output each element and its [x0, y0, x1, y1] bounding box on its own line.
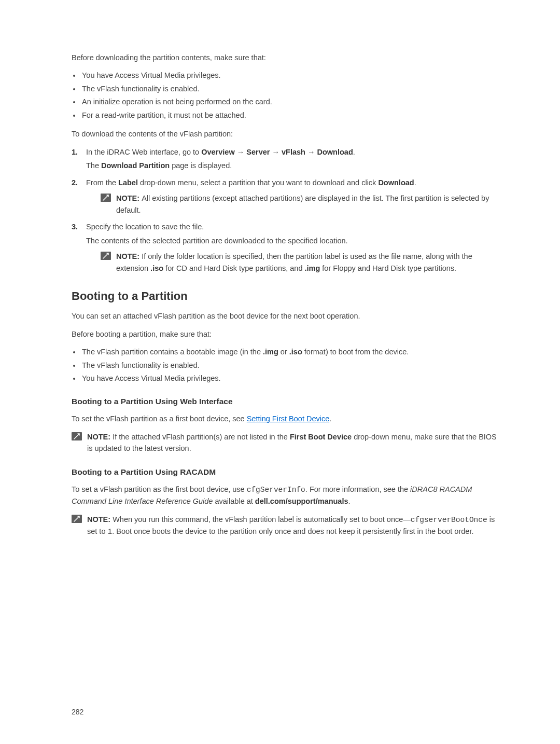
list-item: The vFlash partition contains a bootable…: [81, 346, 498, 357]
text: To set a vFlash partition as the first b…: [72, 485, 247, 493]
ext: .iso: [289, 348, 302, 356]
text: In the iDRAC Web interface, go to: [86, 148, 201, 156]
ext: .img: [263, 348, 278, 356]
text: . For more information, see the: [305, 485, 410, 493]
arrow: →: [235, 148, 247, 156]
note-content: NOTE: When you run this command, the vFl…: [87, 515, 495, 535]
step-body: In the iDRAC Web interface, go to Overvi…: [86, 146, 498, 158]
label: Label: [118, 178, 138, 187]
url: dell.com/support/manuals: [255, 497, 348, 505]
body-paragraph: You can set an attached vFlash partition…: [72, 310, 498, 322]
text: From the: [86, 178, 118, 187]
note-icon: [101, 194, 111, 202]
document-page: Before downloading the partition content…: [0, 0, 560, 744]
step-3: 3. Specify the location to save the file…: [72, 221, 498, 274]
text: .: [329, 415, 331, 423]
label: Download Partition: [101, 161, 170, 170]
boot-prereq-list: The vFlash partition contains a bootable…: [72, 346, 498, 384]
text: .: [414, 178, 416, 187]
note-content: NOTE: If the attached vFlash partition(s…: [87, 433, 497, 452]
arrow: →: [270, 148, 282, 156]
intro-paragraph: Before downloading the partition content…: [72, 52, 498, 63]
ext: .iso: [150, 264, 163, 272]
step-body: From the Label drop-down menu, select a …: [86, 177, 498, 188]
note-block: NOTE: If only the folder location is spe…: [101, 251, 498, 274]
path-segment: Overview: [201, 148, 235, 156]
note-block: NOTE: All existing partitions (except at…: [101, 192, 498, 216]
subsection-heading-web: Booting to a Partition Using Web Interfa…: [72, 395, 498, 408]
note-icon: [72, 515, 82, 523]
section-heading-booting: Booting to a Partition: [72, 287, 498, 305]
step-2: 2. From the Label drop-down menu, select…: [72, 177, 498, 216]
body-paragraph: To set the vFlash partition as a first b…: [72, 413, 498, 424]
ext: .img: [305, 264, 320, 272]
note-label: NOTE:: [116, 252, 142, 260]
note-text: If the attached vFlash partition(s) are …: [113, 433, 290, 441]
note-text: . Boot once boots the device to the part…: [112, 527, 473, 535]
note-icon: [101, 252, 111, 260]
label: First Boot Device: [290, 433, 352, 441]
text: page is displayed.: [170, 161, 232, 170]
note-block: NOTE: If the attached vFlash partition(s…: [72, 431, 498, 454]
step-1: 1. In the iDRAC Web interface, go to Ove…: [72, 146, 498, 172]
step-number: 1.: [72, 146, 78, 158]
code: cfgserverBootOnce: [411, 516, 487, 524]
list-item: An initialize operation is not being per…: [81, 96, 498, 107]
prereq-list: You have Access Virtual Media privileges…: [72, 70, 498, 121]
text: drop-down menu, select a partition that …: [138, 178, 378, 187]
note-icon: [72, 432, 82, 440]
list-item: The vFlash functionality is enabled.: [81, 360, 498, 371]
note-text: All existing partitions (except attached…: [116, 194, 489, 214]
steps-list: 1. In the iDRAC Web interface, go to Ove…: [72, 146, 498, 274]
note-label: NOTE:: [87, 433, 113, 441]
subsection-heading-racadm: Booting to a Partition Using RACADM: [72, 466, 498, 478]
body-paragraph: Before booting a partition, make sure th…: [72, 328, 498, 340]
list-item: For a read-write partition, it must not …: [81, 109, 498, 121]
list-item: The vFlash functionality is enabled.: [81, 83, 498, 94]
code: 1: [108, 528, 113, 536]
lead-in-paragraph: To download the contents of the vFlash p…: [72, 128, 498, 140]
label: Download: [378, 178, 414, 187]
list-item: You have Access Virtual Media privileges…: [81, 70, 498, 81]
text: format) to boot from the device.: [302, 348, 409, 356]
path-segment: Download: [317, 148, 353, 156]
note-label: NOTE:: [116, 194, 142, 202]
note-text: for CD and Hard Disk type partitions, an…: [163, 264, 304, 272]
step-sub: The Download Partition page is displayed…: [86, 160, 498, 171]
note-block: NOTE: When you run this command, the vFl…: [72, 514, 498, 538]
text: To set the vFlash partition as a first b…: [72, 415, 247, 423]
text: .: [353, 148, 355, 156]
text: The vFlash partition contains a bootable…: [82, 348, 263, 356]
step-sub: The contents of the selected partition a…: [86, 235, 498, 246]
note-text: When you run this command, the vFlash pa…: [113, 515, 411, 523]
list-item: You have Access Virtual Media privileges…: [81, 373, 498, 384]
path-segment: vFlash: [282, 148, 305, 156]
arrow: →: [305, 148, 317, 156]
note-content: NOTE: If only the folder location is spe…: [116, 252, 472, 272]
text: The: [86, 161, 101, 170]
link-setting-first-boot-device[interactable]: Setting First Boot Device: [247, 415, 330, 423]
step-number: 2.: [72, 177, 78, 188]
note-label: NOTE:: [87, 515, 113, 523]
body-paragraph: To set a vFlash partition as the first b…: [72, 484, 498, 507]
path-segment: Server: [246, 148, 270, 156]
step-body: Specify the location to save the file.: [86, 221, 498, 232]
text: .: [348, 497, 351, 505]
note-text: for Floppy and Hard Disk type partitions…: [320, 264, 456, 272]
step-number: 3.: [72, 221, 78, 232]
page-number: 282: [72, 707, 83, 718]
text: or: [278, 348, 289, 356]
text: available at: [213, 497, 255, 505]
note-content: NOTE: All existing partitions (except at…: [116, 194, 489, 214]
code: cfgServerInfo: [247, 486, 305, 494]
